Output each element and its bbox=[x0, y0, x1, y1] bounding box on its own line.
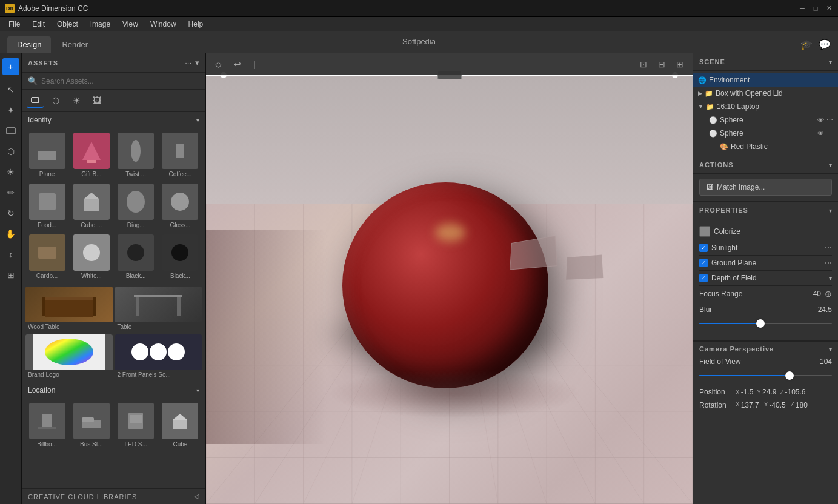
asset-tab-lights[interactable]: ☀ bbox=[68, 93, 85, 108]
focus-range-target-icon[interactable]: ⊕ bbox=[825, 289, 832, 299]
object-tab-icon[interactable] bbox=[2, 122, 19, 139]
location-section-header[interactable]: Location ▾ bbox=[22, 382, 205, 398]
select-object-tool[interactable]: ◇ bbox=[212, 58, 225, 71]
list-item[interactable]: Twist ... bbox=[115, 130, 158, 180]
wide-asset-grid: Wood Table Table bbox=[22, 284, 205, 382]
menu-image[interactable]: Image bbox=[85, 19, 115, 30]
list-item[interactable]: Cube ... bbox=[70, 181, 113, 231]
properties-section-header[interactable]: PROPERTIES ▾ bbox=[693, 202, 838, 219]
svg-point-24 bbox=[45, 339, 93, 365]
orbit-tool[interactable]: ↻ bbox=[2, 205, 19, 222]
list-item[interactable]: Wood Table bbox=[25, 287, 113, 332]
pos-y-value: 24.9 bbox=[762, 388, 776, 396]
scene-item-sphere1[interactable]: ⚪ Sphere 👁 ⋯ bbox=[693, 113, 838, 127]
tab-design[interactable]: Design bbox=[7, 36, 51, 53]
menu-edit[interactable]: Edit bbox=[27, 19, 50, 30]
camera-perspective-header[interactable]: Camera Perspective ▾ bbox=[693, 341, 838, 355]
svg-rect-29 bbox=[38, 427, 56, 429]
split-view-icon[interactable]: ⊟ bbox=[655, 58, 668, 71]
cc-libraries-bar[interactable]: CREATIVE CLOUD LIBRARIES ◁ bbox=[22, 488, 205, 504]
list-item[interactable]: Table bbox=[115, 287, 202, 332]
scene-item-box-lid[interactable]: ▶ 📁 Box with Opened Lid bbox=[693, 87, 838, 100]
list-item[interactable]: Plane bbox=[25, 130, 68, 180]
scene-item-environment[interactable]: 🌐 Environment bbox=[693, 73, 838, 87]
fullscreen-icon[interactable]: ⊡ bbox=[637, 58, 650, 71]
asset-tab-3d[interactable] bbox=[27, 93, 44, 108]
menu-file[interactable]: File bbox=[4, 19, 25, 30]
menu-window[interactable]: Window bbox=[145, 19, 181, 30]
camera-expand-icon: ▾ bbox=[829, 346, 832, 353]
list-item[interactable]: Coffee... bbox=[159, 130, 202, 180]
scene-item-sphere2[interactable]: ⚪ Sphere 👁 ⋯ bbox=[693, 127, 838, 140]
rot-z-value: 180 bbox=[796, 401, 808, 409]
asset-label-panels: 2 Front Panels So... bbox=[115, 370, 202, 380]
sphere-3d-object[interactable] bbox=[342, 182, 548, 388]
cc-libraries-collapse-icon: ◁ bbox=[194, 492, 199, 500]
list-item[interactable]: LED S... bbox=[115, 400, 158, 450]
assets-more-icon[interactable]: ··· bbox=[185, 58, 191, 67]
list-item[interactable]: Cube bbox=[159, 400, 202, 450]
sunlight-checkbox[interactable]: ✓ bbox=[699, 244, 708, 252]
sunlight-row: ✓ Sunlight ⋯ bbox=[699, 240, 832, 256]
sunlight-options-icon[interactable]: ⋯ bbox=[825, 244, 832, 252]
actions-section-header[interactable]: ACTIONS ▾ bbox=[693, 156, 838, 174]
select-tool[interactable]: ↖ bbox=[2, 81, 19, 98]
blur-slider[interactable] bbox=[699, 317, 832, 330]
list-item[interactable]: Cardb... bbox=[25, 232, 68, 282]
list-item[interactable]: Gift B... bbox=[70, 130, 113, 180]
list-item[interactable]: Black... bbox=[115, 232, 158, 282]
close-button[interactable]: ✕ bbox=[825, 4, 833, 13]
search-input[interactable] bbox=[41, 77, 199, 85]
scene-section-header[interactable]: SCENE ▾ bbox=[693, 53, 838, 71]
list-item[interactable]: Black... bbox=[159, 232, 202, 282]
svg-marker-35 bbox=[173, 414, 187, 420]
maximize-button[interactable]: □ bbox=[811, 4, 820, 13]
asset-label-cube: Cube ... bbox=[72, 222, 111, 228]
graduate-icon[interactable]: 🎓 bbox=[800, 39, 813, 50]
identity-section-header[interactable]: Identity ▾ bbox=[22, 112, 205, 128]
list-item[interactable]: Brand Logo bbox=[25, 334, 113, 380]
depth-of-field-checkbox[interactable]: ✓ bbox=[699, 274, 708, 282]
depth-of-field-label: Depth of Field bbox=[711, 274, 825, 282]
scene-item-laptop[interactable]: ▼ 📁 16:10 Laptop bbox=[693, 100, 838, 113]
list-item[interactable]: Gloss... bbox=[159, 181, 202, 231]
list-item[interactable]: 2 Front Panels So... bbox=[115, 334, 202, 380]
list-item[interactable]: Billbo... bbox=[25, 400, 68, 450]
fov-slider[interactable] bbox=[699, 370, 832, 382]
material-tool[interactable]: ⬡ bbox=[2, 143, 19, 160]
scene-item-red-plastic[interactable]: 🎨 Red Plastic bbox=[693, 140, 838, 153]
list-item[interactable]: Bus St... bbox=[70, 400, 113, 450]
grid-icon[interactable]: ⊞ bbox=[673, 58, 687, 71]
asset-label-coffee: Coffee... bbox=[161, 171, 199, 177]
menu-help[interactable]: Help bbox=[184, 19, 208, 30]
colorize-label: Colorize bbox=[714, 227, 832, 236]
menu-view[interactable]: View bbox=[118, 19, 143, 30]
pan-tool[interactable]: ✋ bbox=[2, 225, 19, 242]
right-panel: SCENE ▾ 🌐 Environment ▶ 📁 Box with Opene… bbox=[693, 53, 838, 504]
pen-tool[interactable]: ✏ bbox=[2, 184, 19, 201]
align-tool[interactable]: ⊞ bbox=[2, 267, 19, 284]
match-image-button[interactable]: 🖼 Match Image... bbox=[699, 179, 832, 196]
ground-plane-checkbox[interactable]: ✓ bbox=[699, 259, 708, 267]
assets-collapse-icon[interactable]: ▾ bbox=[195, 58, 199, 67]
add-tool-button[interactable]: + bbox=[2, 58, 19, 75]
asset-tab-images[interactable]: 🖼 bbox=[88, 93, 105, 108]
undo-tool[interactable]: ↩ bbox=[231, 58, 244, 71]
asset-tab-materials[interactable]: ⬡ bbox=[47, 93, 64, 108]
chat-icon[interactable]: 💬 bbox=[819, 39, 831, 50]
tab-render[interactable]: Render bbox=[52, 36, 98, 53]
list-item[interactable]: Diag... bbox=[115, 181, 158, 231]
colorize-preview[interactable] bbox=[699, 226, 710, 237]
magic-tool[interactable]: ✦ bbox=[2, 102, 19, 119]
viewport[interactable] bbox=[206, 75, 693, 504]
asset-label-led: LED S... bbox=[116, 441, 155, 448]
list-item[interactable]: White... bbox=[70, 232, 113, 282]
environment-tool[interactable]: ☀ bbox=[2, 164, 19, 181]
ground-plane-options-icon[interactable]: ⋯ bbox=[825, 259, 832, 267]
menu-object[interactable]: Object bbox=[52, 19, 83, 30]
minimize-button[interactable]: ─ bbox=[798, 4, 806, 13]
depth-of-field-expand-icon[interactable]: ▾ bbox=[829, 275, 832, 282]
svg-point-26 bbox=[150, 343, 167, 360]
list-item[interactable]: Food... bbox=[25, 181, 68, 231]
dolly-tool[interactable]: ↕ bbox=[2, 246, 19, 263]
